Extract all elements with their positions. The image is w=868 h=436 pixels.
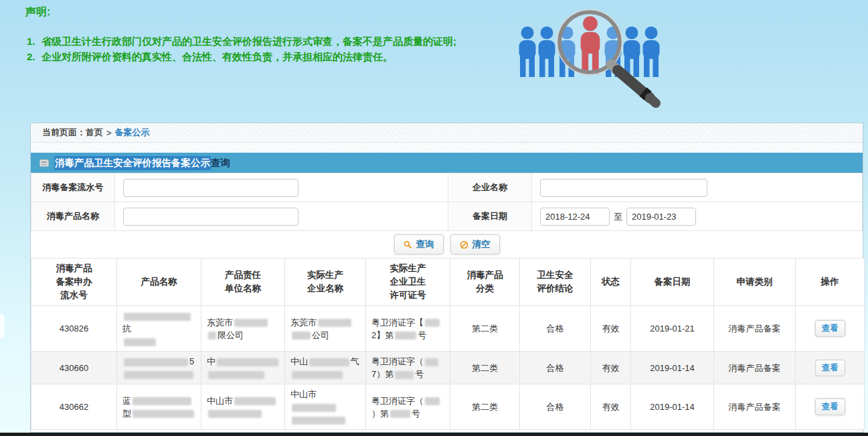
people-magnifier-graphic: [519, 4, 683, 110]
redacted-text: [292, 404, 336, 412]
search-button[interactable]: 查询: [394, 234, 444, 255]
cell-product: 抗: [117, 306, 201, 352]
header-producer: 实际生产 企业名称: [285, 259, 366, 306]
section-title-highlighted: 消毒产品卫生安全评价报告备案公示: [54, 156, 211, 170]
panel-gap: [31, 143, 863, 153]
cell-license: 粤卫消证字（7）第号: [366, 352, 450, 384]
redacted-text: [292, 332, 311, 340]
serial-input[interactable]: [123, 179, 298, 197]
breadcrumb: 当前页面：首页 > 备案公示: [31, 123, 863, 143]
header-apply-type: 申请类别: [714, 259, 796, 306]
cell-license: 粤卫消证字【2】第号: [366, 306, 450, 352]
cell-apply_type: 消毒产品备案: [714, 384, 796, 430]
breadcrumb-separator: >: [106, 128, 112, 138]
date-to-label: 至: [614, 212, 622, 222]
declaration-list: 省级卫生计生行政部门仅对产品的卫生安全评价报告进行形式审查，备案不是产品质量的证…: [25, 34, 524, 64]
declaration: 声明: 省级卫生计生行政部门仅对产品的卫生安全评价报告进行形式审查，备案不是产品…: [25, 5, 524, 65]
cell-responsible_unit: 中: [201, 352, 285, 384]
people-illustration: [519, 4, 683, 110]
page: { "declaration": { "title": "声明:", "item…: [0, 0, 868, 436]
cell-status: 有效: [591, 352, 631, 384]
action-buttons-row: 查询 清空: [31, 231, 863, 258]
clear-button[interactable]: 清空: [450, 234, 500, 255]
view-button[interactable]: 查看: [815, 320, 845, 337]
product-label: 消毒产品名称: [31, 202, 115, 231]
company-input-cell: [532, 173, 863, 202]
search-icon: [404, 240, 412, 249]
left-edge-notch: [0, 313, 5, 339]
redacted-text: [390, 410, 410, 418]
cell-status: 有效: [591, 384, 631, 430]
search-button-label: 查询: [416, 238, 434, 250]
date-from-input[interactable]: [540, 208, 610, 226]
redacted-text: [124, 371, 193, 379]
view-button[interactable]: 查看: [815, 398, 845, 415]
cell-operation: 查看: [796, 306, 865, 352]
table-row: 4306605中中山气粤卫消证字（7）第号第二类合格有效2019-01-14消毒…: [31, 352, 865, 384]
declaration-item: 省级卫生计生行政部门仅对产品的卫生安全评价报告进行形式审查，备案不是产品质量的证…: [25, 34, 524, 48]
declaration-item: 企业对所附评价资料的真实性、合法性、有效性负责，并承担相应的法律责任。: [25, 50, 524, 64]
redacted-text: [133, 410, 194, 418]
serial-label: 消毒备案流水号: [31, 173, 115, 202]
header-category: 消毒产品 分类: [450, 259, 520, 306]
redacted-text: [124, 313, 191, 321]
bottom-footer-strip: [0, 433, 868, 436]
cell-date: 2019-01-14: [631, 352, 714, 384]
redacted-text: [425, 319, 440, 327]
date-input-cell: 至: [532, 202, 863, 231]
cell-product: 5: [117, 352, 201, 384]
redacted-text: [234, 319, 268, 327]
cell-producer: 中山市: [285, 384, 366, 430]
redacted-text: [208, 410, 262, 418]
redacted-text: [133, 397, 191, 405]
breadcrumb-current-link[interactable]: 备案公示: [115, 127, 150, 139]
cell-date: 2019-01-14: [631, 384, 714, 430]
search-form: 消毒备案流水号 企业名称 消毒产品名称 备案日期 至: [31, 173, 863, 231]
records-table: 消毒产品 备案申办 流水号 产品名称 产品责任 单位名称 实际生产 企业名称 实…: [31, 258, 865, 430]
redacted-text: [292, 371, 343, 379]
cell-conclusion: 合格: [520, 306, 591, 352]
redacted-text: [318, 319, 351, 327]
cell-category: 第二类: [450, 306, 520, 352]
header-product-name: 产品名称: [117, 259, 201, 306]
redacted-text: [395, 332, 416, 340]
cell-license: 粤卫消证字（）第号: [366, 384, 450, 430]
company-input[interactable]: [540, 179, 707, 197]
cell-category: 第二类: [450, 384, 520, 430]
redacted-text: [425, 358, 438, 366]
serial-input-cell: [115, 173, 448, 202]
clear-icon: [460, 240, 468, 249]
cell-apply_type: 消毒产品备案: [714, 306, 796, 352]
clear-button-label: 清空: [472, 238, 491, 250]
cell-product: 蓝型: [117, 384, 201, 430]
redacted-text: [292, 417, 345, 425]
declaration-title: 声明:: [25, 5, 524, 19]
cell-serial: 430660: [31, 352, 117, 384]
redacted-text: [208, 371, 264, 379]
main-panel: 当前页面：首页 > 备案公示 消毒产品卫生安全评价报告备案公示 查询 消毒备案流…: [30, 123, 863, 433]
date-to-input[interactable]: [626, 208, 696, 226]
redacted-text: [425, 397, 440, 405]
header-status: 状态: [591, 259, 631, 306]
redacted-text: [234, 397, 276, 405]
date-label: 备案日期: [448, 202, 532, 231]
cell-serial: 430826: [31, 306, 117, 352]
product-input[interactable]: [123, 208, 298, 226]
magnifier-icon: [557, 10, 657, 104]
company-label: 企业名称: [448, 173, 532, 202]
records-tbody: 430826抗东莞市限公司东莞市公司粤卫消证字【2】第号第二类合格有效2019-…: [31, 306, 865, 430]
list-icon: [39, 159, 49, 167]
header-serial: 消毒产品 备案申办 流水号: [31, 259, 117, 306]
redacted-text: [124, 338, 156, 346]
redacted-text: [217, 358, 278, 366]
view-button[interactable]: 查看: [815, 360, 845, 376]
cell-operation: 查看: [796, 384, 865, 430]
breadcrumb-home[interactable]: 当前页面：首页: [42, 127, 103, 139]
section-title-bar: 消毒产品卫生安全评价报告备案公示 查询: [31, 153, 863, 173]
cell-conclusion: 合格: [520, 384, 591, 430]
cell-responsible_unit: 中山市: [201, 384, 285, 430]
header-conclusion: 卫生安全 评价结论: [520, 259, 591, 306]
cell-date: 2019-01-21: [631, 306, 714, 352]
product-input-cell: [115, 202, 448, 231]
redacted-text: [395, 371, 414, 379]
